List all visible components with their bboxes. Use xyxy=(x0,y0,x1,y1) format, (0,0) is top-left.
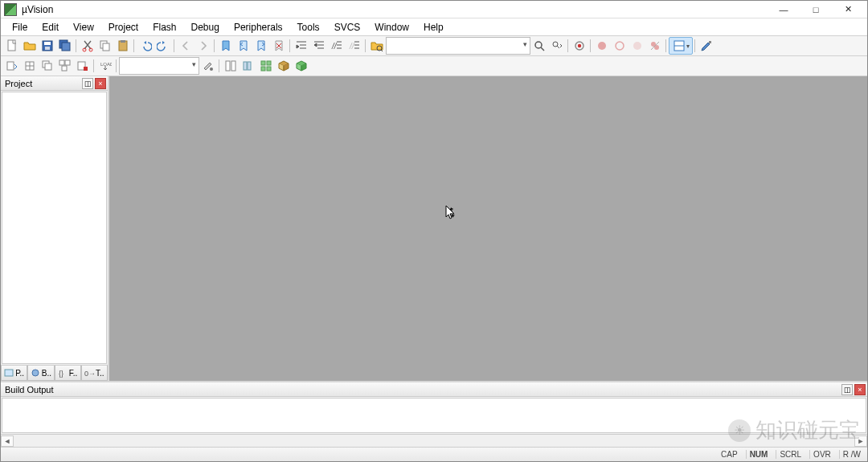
download-button[interactable]: LOAD xyxy=(96,57,114,75)
bookmark-next-button[interactable] xyxy=(252,37,270,55)
tab-project[interactable]: P.. xyxy=(1,366,27,381)
rebuild-button[interactable] xyxy=(39,57,56,75)
cut-button[interactable] xyxy=(79,37,96,55)
svg-text:{}: {} xyxy=(59,370,63,378)
open-file-button[interactable] xyxy=(21,37,39,55)
find-next-button[interactable] xyxy=(548,37,566,55)
configure-button[interactable] xyxy=(698,37,715,55)
bookmark-prev-button[interactable] xyxy=(235,37,252,55)
svg-rect-39 xyxy=(244,62,247,70)
menu-flash[interactable]: Flash xyxy=(146,20,182,35)
status-scrl: SCRL xyxy=(776,450,805,459)
menu-view[interactable]: View xyxy=(67,20,100,35)
build-output-pin-button[interactable]: ◫ xyxy=(841,384,853,395)
build-output-header: Build Output ◫ × xyxy=(1,382,867,397)
translate-button[interactable] xyxy=(3,57,21,75)
target-combo[interactable] xyxy=(119,57,199,75)
breakpoint-insert-button[interactable] xyxy=(593,37,611,55)
menu-debug[interactable]: Debug xyxy=(185,20,226,35)
indent-button[interactable] xyxy=(293,37,310,55)
undo-button[interactable] xyxy=(137,37,154,55)
bookmark-toggle-button[interactable] xyxy=(217,37,235,55)
copy-button[interactable] xyxy=(96,37,114,55)
titlebar: µVision — □ ✕ xyxy=(1,1,867,18)
minimize-button[interactable]: — xyxy=(768,2,800,18)
select-packs-button[interactable] xyxy=(275,57,293,75)
scroll-right-button[interactable]: ► xyxy=(854,435,867,447)
manage-books-button[interactable] xyxy=(240,57,257,75)
svg-rect-40 xyxy=(248,62,251,70)
mouse-cursor-icon xyxy=(445,205,457,219)
menu-help[interactable]: Help xyxy=(417,20,450,35)
menu-edit[interactable]: Edit xyxy=(35,20,65,35)
menu-peripherals[interactable]: Peripherals xyxy=(227,20,289,35)
toolbar-build: LOAD xyxy=(1,56,867,76)
svg-rect-31 xyxy=(65,60,70,65)
menu-svcs[interactable]: SVCS xyxy=(328,20,367,35)
project-panel-pin-button[interactable]: ◫ xyxy=(82,78,93,89)
project-tree[interactable] xyxy=(2,92,107,364)
bookmark-clear-button[interactable] xyxy=(270,37,288,55)
build-output-scrollbar[interactable]: ◄ ► xyxy=(1,434,867,447)
maximize-button[interactable]: □ xyxy=(800,2,832,18)
svg-rect-37 xyxy=(226,61,230,71)
file-extensions-button[interactable] xyxy=(222,57,240,75)
svg-point-46 xyxy=(32,370,39,376)
workspace: Project ◫ × P.. B.. {}F.. 0→T.. ⭥ xyxy=(1,76,867,381)
build-output-text[interactable] xyxy=(2,398,866,433)
save-all-button[interactable] xyxy=(56,37,74,55)
tab-project-label: P.. xyxy=(15,369,24,378)
manage-components-button[interactable] xyxy=(257,57,275,75)
batch-build-button[interactable] xyxy=(56,57,74,75)
window-split-button[interactable]: ▾ xyxy=(669,37,693,55)
svg-text:0→: 0→ xyxy=(84,370,94,378)
breakpoint-disable-button[interactable] xyxy=(628,37,646,55)
find-button[interactable] xyxy=(530,37,548,55)
nav-back-button[interactable] xyxy=(177,37,194,55)
svg-text:LOAD: LOAD xyxy=(100,62,112,67)
find-in-files-button[interactable] xyxy=(368,37,386,55)
tab-functions[interactable]: {}F.. xyxy=(55,366,81,381)
svg-rect-38 xyxy=(231,61,235,71)
uncomment-button[interactable]: // xyxy=(346,37,363,55)
svg-rect-3 xyxy=(45,47,50,50)
paste-button[interactable] xyxy=(114,37,132,55)
tab-books[interactable]: B.. xyxy=(27,366,54,381)
breakpoint-killall-button[interactable] xyxy=(646,37,664,55)
comment-button[interactable]: // xyxy=(328,37,346,55)
project-panel-close-button[interactable]: × xyxy=(95,78,106,89)
debug-button[interactable] xyxy=(571,37,588,55)
svg-text://: // xyxy=(349,42,355,51)
stop-build-button[interactable] xyxy=(74,57,92,75)
build-button[interactable] xyxy=(21,57,39,75)
close-button[interactable]: ✕ xyxy=(832,2,864,18)
scroll-left-button[interactable]: ◄ xyxy=(1,435,14,447)
svg-rect-0 xyxy=(8,40,15,51)
new-file-button[interactable] xyxy=(3,37,21,55)
menu-project[interactable]: Project xyxy=(102,20,145,35)
window-title: µVision xyxy=(22,4,53,15)
status-rw: R /W xyxy=(839,450,864,459)
redo-button[interactable] xyxy=(154,37,172,55)
menu-file[interactable]: File xyxy=(6,20,34,35)
svg-point-36 xyxy=(210,67,213,71)
svg-rect-43 xyxy=(261,67,265,71)
find-combo[interactable] xyxy=(386,37,530,55)
menu-window[interactable]: Window xyxy=(368,20,416,35)
target-options-button[interactable] xyxy=(199,57,217,75)
svg-point-18 xyxy=(578,44,581,47)
breakpoint-enable-button[interactable] xyxy=(611,37,628,55)
tab-templates[interactable]: 0→T.. xyxy=(81,366,108,381)
install-packs-button[interactable] xyxy=(293,57,310,75)
build-output-close-button[interactable]: × xyxy=(854,384,866,395)
editor-area[interactable]: ⭥ xyxy=(109,76,867,381)
svg-rect-30 xyxy=(59,60,64,65)
svg-point-19 xyxy=(598,42,606,50)
statusbar: CAP NUM SCRL OVR R /W xyxy=(1,447,867,461)
menu-tools[interactable]: Tools xyxy=(291,20,326,35)
outdent-button[interactable] xyxy=(310,37,328,55)
nav-forward-button[interactable] xyxy=(194,37,212,55)
svg-rect-34 xyxy=(84,67,88,71)
app-icon xyxy=(4,3,17,16)
save-button[interactable] xyxy=(39,37,56,55)
